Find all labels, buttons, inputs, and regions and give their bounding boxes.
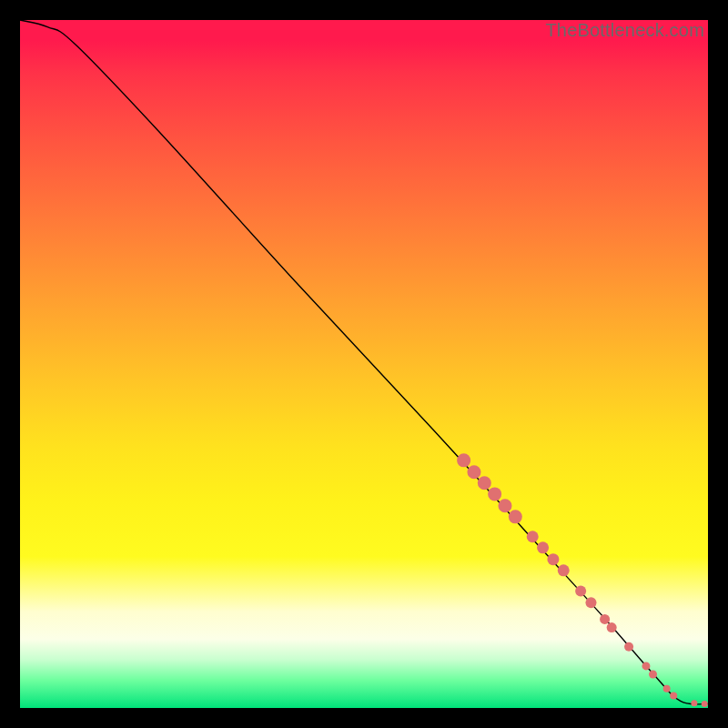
chart-svg [20, 20, 708, 708]
bottleneck-curve [20, 20, 708, 704]
data-marker [663, 685, 671, 693]
data-marker [691, 700, 697, 706]
data-marker [642, 662, 650, 670]
data-marker [702, 701, 708, 707]
data-marker [527, 531, 539, 542]
data-marker [509, 510, 522, 523]
data-marker [575, 585, 586, 596]
marker-group [457, 453, 708, 707]
data-marker [488, 487, 501, 500]
data-marker [600, 614, 610, 624]
data-marker [649, 670, 657, 678]
data-marker [624, 642, 633, 652]
data-marker [607, 622, 617, 632]
data-marker [478, 476, 491, 490]
data-marker [457, 453, 470, 467]
data-marker [537, 541, 549, 553]
data-marker [498, 499, 511, 512]
data-marker [558, 564, 570, 576]
data-marker [585, 597, 596, 608]
chart-gradient-area: TheBottleneck.com [20, 20, 708, 708]
data-marker [467, 465, 480, 479]
data-marker [547, 553, 559, 565]
data-marker [670, 692, 677, 699]
